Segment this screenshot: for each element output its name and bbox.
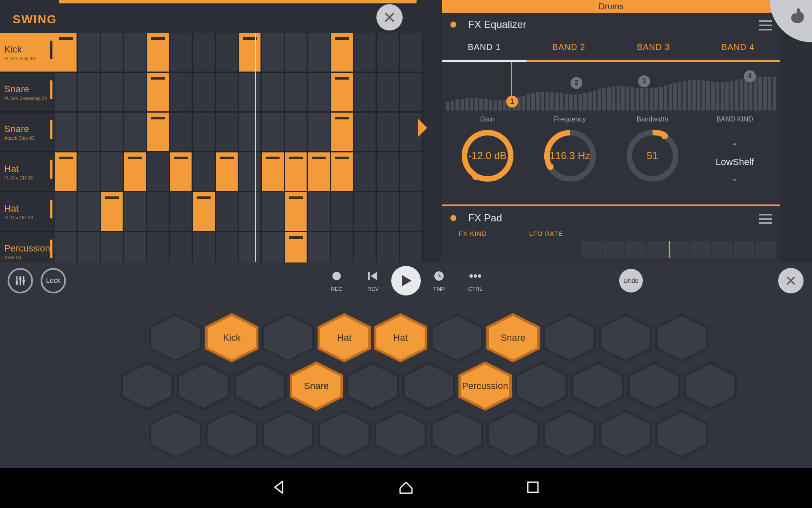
- band-tab[interactable]: BAND 2: [527, 35, 611, 60]
- step-cell[interactable]: [170, 192, 193, 231]
- undo-button[interactable]: Undo: [619, 269, 643, 293]
- step-cell[interactable]: [331, 73, 354, 111]
- step-cell[interactable]: [354, 113, 377, 151]
- frequency-knob[interactable]: Frequency 116.3 Hz: [532, 116, 608, 196]
- step-cell[interactable]: [377, 33, 400, 72]
- fxpad-active-dot[interactable]: [450, 215, 456, 221]
- swing-label[interactable]: SWING: [13, 13, 57, 26]
- step-cell[interactable]: [239, 73, 262, 111]
- step-cell[interactable]: [262, 113, 285, 151]
- step-cell[interactable]: [331, 33, 354, 72]
- back-button[interactable]: [271, 479, 288, 497]
- step-cell[interactable]: [55, 73, 78, 111]
- step-cell[interactable]: [377, 192, 400, 231]
- rewind-button[interactable]: REV: [366, 269, 380, 292]
- eq-marker-4[interactable]: 4: [744, 70, 756, 82]
- track-label[interactable]: HatFL Grv CH 08: [0, 152, 55, 191]
- step-cell[interactable]: [216, 192, 239, 231]
- recent-button[interactable]: [524, 479, 541, 497]
- gain-knob[interactable]: Gain -12.0 dB: [450, 116, 526, 196]
- step-cell[interactable]: [193, 33, 216, 72]
- step-cell[interactable]: [354, 192, 377, 231]
- step-cell[interactable]: [262, 192, 285, 231]
- mixer-button[interactable]: [8, 268, 33, 293]
- drum-pad[interactable]: Snare: [484, 313, 542, 363]
- drum-pad[interactable]: Percussion: [456, 361, 514, 411]
- fxpad-kind-label[interactable]: FX KIND: [459, 230, 487, 237]
- bandwidth-knob[interactable]: Bandwidth 51: [614, 116, 691, 196]
- step-cell[interactable]: [377, 113, 400, 151]
- step-cell[interactable]: [124, 113, 147, 151]
- track-label[interactable]: KickFL Grv Kick 30: [0, 33, 55, 72]
- step-cell[interactable]: [147, 33, 170, 72]
- expand-icon[interactable]: [418, 119, 427, 137]
- close-pads-button[interactable]: [778, 268, 804, 293]
- fxpad-grid[interactable]: [582, 241, 776, 258]
- step-cell[interactable]: [308, 73, 331, 111]
- drum-pad[interactable]: Hat: [372, 313, 429, 363]
- step-cell[interactable]: [147, 73, 170, 111]
- eq-marker-1[interactable]: 1: [506, 96, 518, 108]
- step-cell[interactable]: [193, 192, 216, 231]
- step-cell[interactable]: [78, 192, 101, 231]
- step-cell[interactable]: [101, 33, 124, 72]
- fx-eq-menu-button[interactable]: [759, 20, 772, 30]
- step-cell[interactable]: [101, 113, 124, 151]
- step-cell[interactable]: [78, 113, 101, 151]
- step-cell[interactable]: [354, 33, 377, 72]
- step-cell[interactable]: [354, 73, 377, 111]
- home-button[interactable]: [398, 479, 414, 497]
- step-cell[interactable]: [239, 192, 262, 231]
- step-cell[interactable]: [170, 113, 193, 151]
- step-cell[interactable]: [377, 152, 400, 191]
- fxpad-lfo-label[interactable]: LFO RATE: [529, 230, 563, 237]
- eq-marker-3[interactable]: 3: [638, 75, 650, 87]
- step-cell[interactable]: [239, 33, 262, 72]
- step-cell[interactable]: [285, 113, 308, 151]
- step-cell[interactable]: [170, 152, 193, 191]
- step-cell[interactable]: [285, 73, 308, 111]
- step-cell[interactable]: [124, 192, 147, 231]
- step-cell[interactable]: [55, 113, 78, 151]
- step-cell[interactable]: [262, 33, 285, 72]
- step-cell[interactable]: [331, 192, 354, 231]
- step-cell[interactable]: [55, 33, 78, 72]
- track-label[interactable]: SnareAttack Clap 03: [0, 113, 55, 151]
- step-cell[interactable]: [170, 33, 193, 72]
- step-cell[interactable]: [308, 113, 331, 151]
- eq-marker-2[interactable]: 2: [571, 77, 582, 89]
- step-cell[interactable]: [239, 113, 262, 151]
- step-cell[interactable]: [216, 152, 239, 191]
- step-cell[interactable]: [400, 192, 423, 231]
- step-cell[interactable]: [78, 152, 101, 191]
- ctrl-button[interactable]: CTRL: [468, 269, 483, 292]
- band-tab[interactable]: BAND 1: [442, 35, 527, 60]
- step-cell[interactable]: [124, 152, 147, 191]
- play-button[interactable]: [391, 266, 421, 295]
- step-cell[interactable]: [285, 192, 308, 231]
- step-cell[interactable]: [216, 33, 239, 72]
- fx-active-dot[interactable]: [450, 22, 456, 28]
- band-tab[interactable]: BAND 4: [696, 35, 780, 60]
- lock-button[interactable]: Lock: [41, 268, 66, 293]
- step-cell[interactable]: [193, 113, 216, 151]
- track-label[interactable]: SnareFL Grv Snareclap 24: [0, 73, 55, 111]
- step-cell[interactable]: [147, 152, 170, 191]
- record-button[interactable]: REC: [329, 269, 344, 292]
- step-cell[interactable]: [101, 152, 124, 191]
- eq-graph[interactable]: 1 2 3 4: [444, 62, 779, 110]
- step-cell[interactable]: [193, 73, 216, 111]
- step-cell[interactable]: [400, 73, 423, 111]
- bandkind-selector[interactable]: ⌃ LowShelf ⌄: [697, 128, 773, 196]
- step-cell[interactable]: [78, 73, 101, 111]
- step-cell[interactable]: [101, 73, 124, 111]
- step-cell[interactable]: [308, 33, 331, 72]
- step-cell[interactable]: [124, 33, 147, 72]
- close-sequencer-button[interactable]: [376, 4, 403, 30]
- step-cell[interactable]: [308, 192, 331, 231]
- step-cell[interactable]: [216, 73, 239, 111]
- step-cell[interactable]: [78, 33, 101, 72]
- drum-pad[interactable]: Kick: [203, 313, 261, 363]
- step-cell[interactable]: [193, 152, 216, 191]
- step-cell[interactable]: [285, 152, 308, 191]
